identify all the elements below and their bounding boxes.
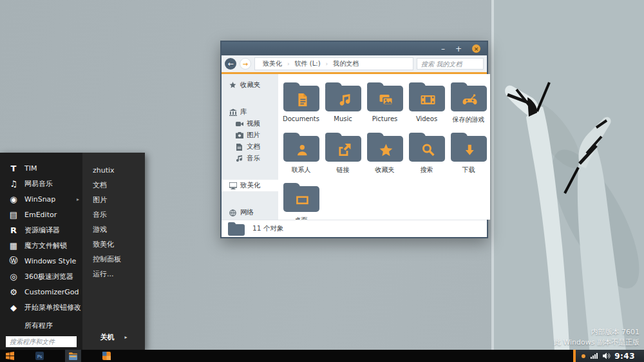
shutter-icon: ◉ [8, 195, 19, 204]
taskbar-item-photoshop[interactable]: Ps [32, 350, 48, 362]
sidebar-item-music[interactable]: 音乐 [222, 153, 278, 164]
start-right-item-music[interactable]: 音乐 [82, 207, 145, 222]
start-right-item-computer[interactable]: 致美化 [82, 237, 145, 252]
start-right-item-run[interactable]: 运行... [82, 267, 145, 281]
desktop: – + × ← → 致美化 › 软件 (L:) › 我的文档 收 [0, 0, 644, 362]
sidebar-item-pictures[interactable]: 图片 [222, 129, 278, 141]
maximize-button[interactable]: + [455, 45, 462, 53]
windows-circle-icon: Ⓦ [8, 255, 19, 267]
document-icon [235, 143, 243, 151]
start-item-startbutton-mod[interactable]: ◆ 开始菜单按钮修改 [0, 300, 82, 315]
folder-label: 保存的游戏 [453, 115, 485, 124]
start-item-tim[interactable]: T TIM [0, 160, 82, 176]
forward-button[interactable]: → [240, 58, 251, 70]
sidebar-item-documents[interactable]: 文档 [222, 141, 278, 153]
start-item-emeditor[interactable]: ▤ EmEditor [0, 207, 82, 222]
start-right-item-documents[interactable]: 文档 [82, 178, 145, 193]
folder-tile-downloads[interactable]: 下载 [448, 132, 489, 175]
start-menu: T TIM ♫ 网易音乐 ◉ WinSnap ▸ ▤ EmEditor R 资源… [0, 153, 145, 350]
start-item-resource-compiler[interactable]: R 资源编译器 [0, 222, 82, 238]
sidebar-item-label: 文档 [247, 142, 260, 151]
taskbar-clock[interactable]: 9:43 [614, 352, 635, 361]
start-item-winsnap[interactable]: ◉ WinSnap ▸ [0, 191, 82, 207]
folder-icon [451, 86, 487, 111]
text-editor-icon: ▤ [8, 210, 19, 220]
camera-icon [235, 131, 243, 139]
download-arrow-icon [462, 143, 477, 157]
start-item-cube-unlock[interactable]: ▦ 魔方文件解锁 [0, 238, 82, 253]
folder-icon [283, 186, 319, 212]
pin-icon [229, 81, 237, 89]
watermark-line: 此 Windows 副本不是正版 [554, 338, 639, 347]
start-item-360-browser[interactable]: ◎ 360极速浏览器 [0, 269, 82, 284]
folder-tile-favorites[interactable]: 收藏夹 [364, 132, 406, 175]
windows-logo-icon [6, 352, 14, 360]
start-button[interactable] [6, 352, 14, 360]
folder-label: 链接 [337, 166, 350, 175]
sidebar-item-label: 音乐 [247, 154, 260, 163]
music-icon [235, 155, 243, 162]
photoshop-icon: Ps [35, 352, 44, 360]
titlebar[interactable]: – + × [222, 42, 487, 55]
folder-label: 收藏夹 [375, 166, 395, 175]
watermark-line: 内部版本 7601 [554, 327, 639, 337]
shutdown-button[interactable]: 关机 ▸ [82, 330, 145, 344]
sidebar-item-label: 图片 [247, 131, 260, 140]
start-menu-left-column: T TIM ♫ 网易音乐 ◉ WinSnap ▸ ▤ EmEditor R 资源… [0, 153, 82, 350]
window-body: 收藏夹 库 视频 [222, 74, 487, 220]
close-button[interactable]: × [472, 44, 480, 53]
pictures-icon [377, 92, 394, 108]
status-bar: 11 个对象 [222, 220, 487, 237]
search-input[interactable] [417, 58, 484, 70]
folder-icon [367, 136, 403, 162]
minimize-button[interactable]: – [441, 45, 445, 53]
start-search-input[interactable] [6, 336, 77, 347]
submenu-arrow-icon: ▸ [77, 196, 79, 202]
start-right-item-games[interactable]: 游戏 [82, 222, 145, 237]
folder-tile-links[interactable]: 链接 [322, 132, 364, 175]
navigation-toolbar: ← → 致美化 › 软件 (L:) › 我的文档 [222, 55, 487, 74]
folder-icon [409, 86, 445, 111]
sidebar-item-computer[interactable]: 致美化 [222, 180, 278, 191]
app-icon [102, 352, 111, 360]
folder-tile-music[interactable]: Music [322, 82, 364, 124]
start-item-windows-style[interactable]: Ⓦ Windows Style [0, 253, 82, 269]
music-note-icon [336, 92, 352, 108]
gear-icon: ⚙ [8, 287, 19, 297]
folder-tile-desktop[interactable]: 桌面 [280, 182, 322, 225]
sidebar-item-libraries[interactable]: 库 [222, 106, 278, 118]
sidebar-item-videos[interactable]: 视频 [222, 118, 278, 129]
hidden-icons-button[interactable] [582, 354, 585, 358]
breadcrumb-item[interactable]: 软件 (L:) [295, 59, 321, 68]
start-right-item-control-panel[interactable]: 控制面板 [82, 252, 145, 267]
sidebar-item-network[interactable]: 网络 [222, 207, 278, 218]
start-item-label: 魔方文件解锁 [24, 241, 67, 251]
speaker-icon[interactable] [603, 352, 611, 359]
start-item-netease-music[interactable]: ♫ 网易音乐 [0, 176, 82, 191]
network-signal-icon[interactable] [591, 353, 598, 359]
folder-icon [228, 224, 245, 236]
start-right-item-zhutix[interactable]: zhutix [82, 163, 145, 178]
start-item-customizergod[interactable]: ⚙ CustomizerGod [0, 284, 82, 300]
folder-tile-contacts[interactable]: 联系人 [280, 132, 322, 175]
start-right-item-pictures[interactable]: 图片 [82, 193, 145, 207]
folder-tile-videos[interactable]: Videos [406, 82, 448, 124]
breadcrumb-item[interactable]: 致美化 [263, 59, 282, 68]
back-button[interactable]: ← [225, 58, 236, 70]
tray-accent-stripe [573, 350, 576, 362]
breadcrumb[interactable]: 致美化 › 软件 (L:) › 我的文档 [254, 57, 413, 70]
start-item-label: WinSnap [24, 195, 55, 204]
chevron-right-icon: › [287, 61, 290, 67]
taskbar-item-explorer[interactable] [65, 350, 81, 362]
folder-tile-documents[interactable]: Documents [280, 82, 322, 124]
breadcrumb-item[interactable]: 我的文档 [333, 59, 359, 68]
all-programs-button[interactable]: 所有程序 [0, 318, 82, 333]
folder-grid: Documents Music Pictures [278, 74, 490, 220]
folder-tile-searches[interactable]: 搜索 [406, 132, 448, 175]
sidebar-item-favorites[interactable]: 收藏夹 [222, 79, 278, 91]
folder-tile-pictures[interactable]: Pictures [364, 82, 406, 124]
share-arrow-icon [336, 142, 352, 158]
explorer-icon [69, 352, 77, 360]
folder-tile-saved-games[interactable]: 保存的游戏 [448, 82, 489, 124]
taskbar-item-app[interactable] [99, 350, 115, 362]
